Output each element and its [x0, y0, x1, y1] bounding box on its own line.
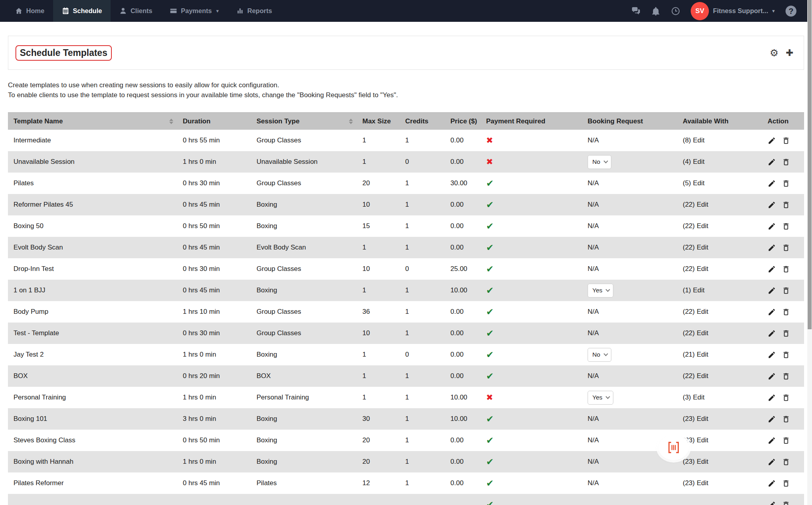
- delete-trash-icon[interactable]: [782, 158, 790, 166]
- delete-trash-icon[interactable]: [782, 372, 790, 380]
- booking-request-select[interactable]: No: [588, 348, 611, 362]
- delete-trash-icon[interactable]: [782, 244, 790, 252]
- booking-request-value: N/A: [588, 479, 599, 487]
- available-with-count: (22): [683, 329, 695, 337]
- edit-pencil-icon[interactable]: [768, 372, 776, 380]
- cell-template-name: Boxing 50: [8, 222, 177, 230]
- available-with-count: (3): [683, 394, 691, 401]
- cell-session-type: Pilates: [251, 479, 357, 487]
- delete-trash-icon[interactable]: [782, 222, 790, 230]
- cell-payment-required: ✖: [481, 136, 582, 145]
- help-icon[interactable]: ?: [785, 5, 797, 17]
- nav-item-home[interactable]: Home: [6, 0, 53, 22]
- edit-link[interactable]: Edit: [693, 158, 705, 166]
- delete-trash-icon[interactable]: [782, 479, 790, 488]
- settings-gear-icon[interactable]: ⚙: [770, 48, 778, 58]
- edit-link[interactable]: Edit: [693, 394, 705, 401]
- edit-pencil-icon[interactable]: [768, 244, 776, 252]
- cell-max-size: 1: [357, 286, 400, 294]
- edit-pencil-icon[interactable]: [768, 458, 776, 466]
- edit-link[interactable]: Edit: [697, 244, 708, 252]
- cell-max-size: 1: [357, 136, 400, 144]
- delete-trash-icon[interactable]: [782, 436, 790, 445]
- edit-pencil-icon[interactable]: [768, 351, 776, 359]
- column-header-price-: Price ($): [445, 117, 481, 125]
- delete-trash-icon[interactable]: [782, 329, 790, 338]
- cell-payment-required: ✔: [481, 457, 582, 467]
- edit-pencil-icon[interactable]: [768, 308, 776, 316]
- cell-available-with: (4) Edit: [677, 158, 762, 166]
- delete-trash-icon[interactable]: [782, 179, 790, 188]
- cell-action: [762, 308, 804, 316]
- edit-link[interactable]: Edit: [697, 222, 708, 230]
- delete-trash-icon[interactable]: [782, 308, 790, 316]
- cell-session-type: Boxing: [251, 201, 357, 209]
- booking-request-select[interactable]: Yes: [588, 391, 613, 405]
- delete-trash-icon[interactable]: [782, 351, 790, 359]
- edit-pencil-icon[interactable]: [768, 415, 776, 423]
- cell-available-with: (22) Edit: [677, 329, 762, 337]
- add-template-icon[interactable]: ✚: [786, 48, 793, 58]
- edit-link[interactable]: Edit: [693, 286, 705, 294]
- nav-item-schedule[interactable]: Schedule: [53, 0, 111, 22]
- edit-pencil-icon[interactable]: [768, 286, 776, 295]
- scrollbar-thumb[interactable]: [808, 0, 812, 329]
- nav-item-clients[interactable]: Clients: [111, 0, 161, 22]
- edit-pencil-icon[interactable]: [768, 222, 776, 230]
- top-navbar: Home Schedule Clients Payments ▾ Reports…: [0, 0, 812, 22]
- edit-link[interactable]: Edit: [697, 415, 708, 423]
- edit-pencil-icon[interactable]: [768, 201, 776, 209]
- nav-item-label: Reports: [247, 7, 272, 15]
- edit-pencil-icon[interactable]: [768, 158, 776, 166]
- edit-pencil-icon[interactable]: [768, 136, 776, 145]
- user-menu[interactable]: SV Fitness Support... ▾: [691, 2, 775, 20]
- title-card: Schedule Templates ⚙ ✚: [8, 36, 804, 70]
- delete-trash-icon[interactable]: [782, 501, 790, 505]
- booking-request-value: N/A: [588, 415, 599, 423]
- barcode-scanner-badge[interactable]: [659, 435, 689, 460]
- cell-max-size: 15: [357, 222, 400, 230]
- booking-request-select[interactable]: No: [588, 155, 611, 169]
- edit-pencil-icon[interactable]: [768, 479, 776, 488]
- cell-duration: 1 hrs 0 min: [177, 458, 251, 466]
- edit-link[interactable]: Edit: [697, 329, 708, 337]
- cell-payment-required: ✖: [481, 393, 582, 402]
- edit-pencil-icon[interactable]: [768, 329, 776, 338]
- column-header-session-type[interactable]: Session Type: [251, 117, 357, 125]
- nav-item-reports[interactable]: Reports: [228, 0, 281, 22]
- sort-icon[interactable]: [349, 119, 353, 124]
- delete-trash-icon[interactable]: [782, 136, 790, 145]
- notifications-bell-icon[interactable]: [651, 6, 661, 16]
- edit-pencil-icon[interactable]: [768, 179, 776, 188]
- edit-pencil-icon[interactable]: [768, 265, 776, 273]
- history-clock-icon[interactable]: [671, 6, 680, 16]
- cell-payment-required: ✔: [481, 221, 582, 232]
- cell-duration: 0 hrs 45 min: [177, 201, 251, 209]
- chat-icon[interactable]: [631, 6, 641, 16]
- edit-link[interactable]: Edit: [697, 372, 708, 380]
- delete-trash-icon[interactable]: [782, 458, 790, 466]
- avatar[interactable]: SV: [691, 2, 709, 20]
- edit-link[interactable]: Edit: [693, 136, 705, 144]
- edit-pencil-icon[interactable]: [768, 436, 776, 445]
- edit-link[interactable]: Edit: [697, 479, 708, 487]
- booking-request-select[interactable]: Yes: [588, 284, 613, 298]
- edit-link[interactable]: Edit: [697, 308, 708, 316]
- edit-link[interactable]: Edit: [697, 351, 708, 359]
- edit-link[interactable]: Edit: [693, 179, 705, 187]
- available-with-count: (22): [683, 372, 695, 380]
- edit-link[interactable]: Edit: [697, 201, 708, 209]
- delete-trash-icon[interactable]: [782, 394, 790, 402]
- delete-trash-icon[interactable]: [782, 415, 790, 423]
- column-header-template-name[interactable]: Template Name: [8, 117, 177, 125]
- delete-trash-icon[interactable]: [782, 265, 790, 273]
- sort-icon[interactable]: [169, 119, 173, 124]
- delete-trash-icon[interactable]: [782, 286, 790, 295]
- delete-trash-icon[interactable]: [782, 201, 790, 209]
- edit-pencil-icon[interactable]: [768, 501, 776, 505]
- edit-link[interactable]: Edit: [697, 458, 708, 466]
- nav-item-payments[interactable]: Payments ▾: [161, 0, 228, 22]
- edit-pencil-icon[interactable]: [768, 394, 776, 402]
- edit-link[interactable]: Edit: [697, 436, 708, 444]
- edit-link[interactable]: Edit: [697, 265, 708, 273]
